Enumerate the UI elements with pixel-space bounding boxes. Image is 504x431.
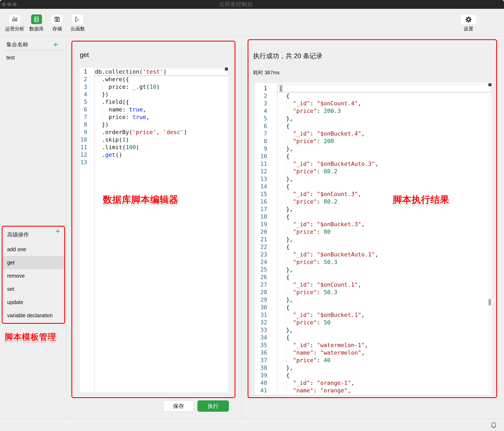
- code-line[interactable]: 12 .get(): [80, 151, 228, 159]
- line-number: 23: [255, 251, 277, 258]
- operation-item-add-one[interactable]: add one: [2, 243, 64, 256]
- code-line[interactable]: 6 name: true,: [80, 106, 228, 113]
- code-line[interactable]: 1[: [255, 85, 491, 92]
- code-line[interactable]: 28 "price": 50.3: [255, 289, 491, 296]
- result-scrollbar-thumb[interactable]: [488, 299, 491, 305]
- result-status: 执行成功，共 20 条记录: [253, 52, 323, 61]
- line-number: 7: [255, 130, 277, 137]
- line-number: 1: [80, 68, 94, 76]
- code-line[interactable]: 4 "price": 200.3: [255, 107, 491, 115]
- code-text: },: [277, 394, 491, 395]
- operation-item-set[interactable]: set: [2, 282, 64, 296]
- toolbar-button-functions[interactable]: fx: [72, 15, 83, 24]
- code-line[interactable]: 13: [80, 159, 228, 166]
- code-line[interactable]: 39 {: [255, 372, 491, 379]
- code-line[interactable]: 4 }): [80, 91, 228, 98]
- code-line[interactable]: 25 },: [255, 266, 491, 273]
- code-text: },: [277, 205, 491, 213]
- code-line[interactable]: 6 {: [255, 122, 491, 130]
- code-line[interactable]: 3 price: _.gt(10): [80, 83, 228, 91]
- code-line[interactable]: 19 "_id": "$onBucket.3",: [255, 220, 491, 228]
- code-line[interactable]: 2 {: [255, 92, 491, 100]
- operation-item-remove[interactable]: remove: [2, 269, 64, 282]
- line-number: 40: [255, 379, 277, 387]
- code-text: {: [277, 273, 491, 281]
- code-line[interactable]: 41 "name": "orange",: [255, 387, 491, 394]
- code-line[interactable]: 30 {: [255, 304, 491, 311]
- toolbar-button-database[interactable]: [31, 15, 42, 24]
- code-line[interactable]: 9 .orderBy('price', 'desc'): [80, 128, 228, 136]
- code-line[interactable]: 12 "price": 80.2: [255, 168, 491, 175]
- code-line[interactable]: 7 price: true,: [80, 113, 228, 121]
- code-line[interactable]: 18 {: [255, 213, 491, 220]
- code-line[interactable]: 8 "price": 200: [255, 137, 491, 145]
- script-editor[interactable]: 1db.collection('test')2 .where({3 price:…: [80, 68, 228, 392]
- code-line[interactable]: 35 "_id": "watermelon-1",: [255, 341, 491, 349]
- code-line[interactable]: 11 .limit(100): [80, 143, 228, 151]
- code-line[interactable]: 37 "price": 40: [255, 357, 491, 364]
- code-line[interactable]: 2 .where({: [80, 76, 228, 83]
- collection-item-test[interactable]: test: [6, 53, 15, 62]
- code-line[interactable]: 36 "name": "watermelon",: [255, 349, 491, 357]
- code-line[interactable]: 32 "price": 50: [255, 319, 491, 326]
- code-line[interactable]: 15 "_id": "$onCount.3",: [255, 190, 491, 198]
- operation-item-update[interactable]: update: [2, 296, 64, 309]
- code-line[interactable]: 34 {: [255, 334, 491, 341]
- add-operation-icon[interactable]: +: [55, 227, 60, 236]
- operation-item-get[interactable]: get: [2, 256, 64, 269]
- code-line[interactable]: 10 .skip(1): [80, 136, 228, 143]
- code-line[interactable]: 21 },: [255, 236, 491, 243]
- save-button[interactable]: 保存: [163, 400, 194, 412]
- code-line[interactable]: 22 {: [255, 243, 491, 251]
- code-line[interactable]: 1db.collection('test'): [80, 68, 228, 76]
- code-text: "price": 50.3: [277, 258, 491, 266]
- code-text: {: [277, 304, 491, 311]
- code-text: "price": 80: [277, 228, 491, 236]
- code-text: },: [277, 296, 491, 304]
- code-text: "_id": "$onCount.4",: [277, 100, 491, 107]
- code-line[interactable]: 5 },: [255, 115, 491, 122]
- code-line[interactable]: 11 "_id": "$onBucketAuto.3",: [255, 160, 491, 168]
- bell-icon[interactable]: [490, 421, 498, 429]
- code-line[interactable]: 42 },: [255, 394, 491, 395]
- code-line[interactable]: 31 "_id": "$onBucket.1",: [255, 311, 491, 319]
- code-line[interactable]: 8 }): [80, 121, 228, 128]
- toolbar-button-storage[interactable]: [52, 15, 63, 24]
- code-line[interactable]: 27 "_id": "$onCount.1",: [255, 281, 491, 289]
- code-line[interactable]: 33 },: [255, 326, 491, 334]
- code-line[interactable]: 3 "_id": "$onCount.4",: [255, 100, 491, 107]
- code-text: "_id": "$onBucket.1",: [277, 311, 491, 319]
- code-line[interactable]: 20 "price": 80: [255, 228, 491, 236]
- code-line[interactable]: 40 "_id": "orange-1",: [255, 379, 491, 387]
- code-line[interactable]: 23 "_id": "$onBucketAuto.1",: [255, 251, 491, 258]
- line-number: 14: [255, 183, 277, 190]
- code-line[interactable]: 5 .field({: [80, 98, 228, 106]
- code-line[interactable]: 17 },: [255, 205, 491, 213]
- code-line[interactable]: 7 "_id": "$onBucket.4",: [255, 130, 491, 137]
- code-text: [94, 159, 228, 166]
- toolbar-divider: [0, 36, 504, 36]
- editor-scrollbar-thumb[interactable]: [225, 68, 228, 70]
- code-line[interactable]: 24 "price": 50.3: [255, 258, 491, 266]
- code-text: {: [277, 153, 491, 160]
- code-line[interactable]: 9 },: [255, 145, 491, 153]
- settings-button[interactable]: [461, 15, 476, 24]
- code-line[interactable]: 16 "price": 80.2: [255, 198, 491, 205]
- code-line[interactable]: 13 },: [255, 175, 491, 183]
- toolbar-label-functions: 云函数: [63, 26, 92, 32]
- toolbar-button-analytics[interactable]: [9, 15, 20, 24]
- code-text: db.collection('test'): [94, 68, 228, 76]
- floppy-save-icon: [54, 16, 61, 23]
- run-button[interactable]: 执行: [198, 400, 229, 412]
- code-line[interactable]: 26 {: [255, 273, 491, 281]
- code-line[interactable]: 10 {: [255, 153, 491, 160]
- code-line[interactable]: 38 },: [255, 364, 491, 372]
- code-line[interactable]: 14 {: [255, 183, 491, 190]
- result-json-viewer[interactable]: 1[2 {3 "_id": "$onCount.4",4 "price": 20…: [255, 83, 491, 395]
- line-number: 5: [80, 98, 94, 106]
- code-text: "price": 80.2: [277, 198, 491, 205]
- code-line[interactable]: 29 },: [255, 296, 491, 304]
- add-collection-icon[interactable]: +: [53, 40, 58, 49]
- operation-item-variable-declaration[interactable]: variable declaration: [2, 309, 64, 322]
- operations-panel: 高级操作 + add one get remove set update var…: [2, 226, 65, 324]
